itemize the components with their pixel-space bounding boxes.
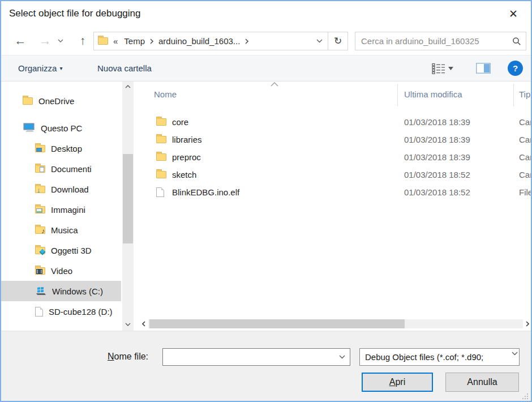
help-icon[interactable]: ? bbox=[508, 61, 523, 76]
column-headers: Nome Ultima modifica Tip bbox=[137, 82, 532, 109]
cancel-button[interactable]: Annulla bbox=[445, 373, 519, 392]
sidebar-item-questo-pc[interactable]: Questo PC bbox=[1, 118, 121, 138]
sidebar-item-musica[interactable]: ♪ Musica bbox=[1, 220, 121, 240]
column-header-tipo[interactable]: Tip bbox=[519, 89, 530, 99]
folder-icon bbox=[156, 153, 166, 161]
sidebar-item-immagini[interactable]: Immagini bbox=[1, 199, 121, 220]
file-row-sketch[interactable]: sketch 01/03/2018 18:52 Car bbox=[137, 166, 532, 183]
recent-locations-chevron-icon[interactable] bbox=[58, 27, 71, 55]
documents-folder-icon bbox=[35, 165, 45, 173]
windows-drive-icon bbox=[35, 286, 46, 296]
filetype-select[interactable]: Debug Object files (*.cof; *.d90; bbox=[359, 348, 520, 366]
column-divider[interactable] bbox=[397, 84, 398, 106]
music-folder-icon: ♪ bbox=[35, 226, 45, 234]
column-header-ultima-modifica[interactable]: Ultima modifica bbox=[404, 89, 462, 99]
address-folder-icon bbox=[98, 37, 108, 45]
computer-icon bbox=[23, 123, 35, 133]
resize-grip[interactable] bbox=[522, 394, 528, 399]
dialog-footer: Nome file: Debug Object files (*.cof; *.… bbox=[1, 331, 531, 402]
filetype-selected-value: Debug Object files (*.cof; *.d90; bbox=[365, 352, 503, 362]
horizontal-scrollbar-track[interactable] bbox=[148, 319, 523, 328]
open-button[interactable]: Apri bbox=[362, 373, 433, 392]
sort-ascending-icon bbox=[271, 82, 278, 87]
filetype-dropdown-chevron-icon bbox=[512, 352, 518, 356]
dialog-title: Select object file for debugging bbox=[9, 8, 141, 19]
scroll-down-icon[interactable] bbox=[122, 319, 134, 330]
sidebar-item-desktop[interactable]: Desktop bbox=[1, 138, 121, 159]
change-view-button[interactable] bbox=[430, 61, 456, 76]
sidebar-item-video[interactable]: Video bbox=[1, 260, 121, 281]
horizontal-scrollbar[interactable] bbox=[139, 319, 532, 329]
filename-input[interactable] bbox=[163, 349, 333, 365]
scroll-right-icon[interactable] bbox=[523, 319, 532, 329]
sidebar-scrollbar-thumb[interactable] bbox=[123, 154, 133, 243]
breadcrumb-overflow[interactable]: « bbox=[108, 32, 120, 50]
filename-combobox bbox=[162, 348, 350, 366]
column-header-nome[interactable]: Nome bbox=[154, 89, 177, 99]
address-bar[interactable]: « Temp arduino_build_1603... ↻ bbox=[93, 32, 348, 50]
organize-button[interactable]: Organizza▾ bbox=[18, 55, 62, 81]
navigation-sidebar: OneDrive Questo PC Desktop Documenti bbox=[1, 82, 137, 331]
search-icon[interactable] bbox=[508, 32, 526, 50]
desktop-folder-icon bbox=[35, 145, 45, 152]
file-row-preproc[interactable]: preproc 01/03/2018 18:39 Car bbox=[137, 148, 532, 166]
sidebar-item-onedrive[interactable]: OneDrive bbox=[1, 91, 121, 111]
refresh-icon[interactable]: ↻ bbox=[328, 32, 347, 50]
chevron-down-icon: ▾ bbox=[59, 65, 62, 71]
details-view-icon bbox=[432, 63, 445, 74]
breadcrumb-separator-icon bbox=[244, 39, 250, 44]
file-row-libraries[interactable]: libraries 01/03/2018 18:39 Car bbox=[137, 131, 532, 148]
file-rows: core 01/03/2018 18:39 Car libraries 01/0… bbox=[137, 113, 532, 201]
breadcrumb-separator-icon bbox=[149, 39, 155, 44]
navigation-bar: ← → ↑ « Temp arduino_build_1603... ↻ bbox=[1, 27, 531, 55]
pictures-folder-icon bbox=[35, 206, 45, 213]
videos-folder-icon bbox=[35, 267, 45, 275]
downloads-folder-icon: ↓ bbox=[35, 186, 45, 193]
drive-d-icon bbox=[35, 307, 43, 317]
breadcrumb-item-build-folder[interactable]: arduino_build_1603... bbox=[155, 32, 244, 50]
file-icon bbox=[156, 187, 164, 197]
dialog-content: OneDrive Questo PC Desktop Documenti bbox=[1, 82, 531, 331]
sidebar-item-download[interactable]: ↓ Download bbox=[1, 179, 121, 199]
sidebar-item-sd-cube128-d[interactable]: SD-cube128 (D:) bbox=[1, 301, 121, 322]
preview-pane-icon bbox=[476, 63, 491, 74]
titlebar: Select object file for debugging ✕ bbox=[1, 1, 531, 27]
file-dialog-window: Select object file for debugging ✕ ← → ↑… bbox=[0, 0, 532, 402]
file-list: Nome Ultima modifica Tip core 01/03/2018… bbox=[137, 82, 532, 331]
filename-label: Nome file: bbox=[108, 352, 148, 362]
close-icon[interactable]: ✕ bbox=[505, 6, 522, 23]
file-row-core[interactable]: core 01/03/2018 18:39 Car bbox=[137, 113, 532, 131]
filename-dropdown-chevron-icon[interactable] bbox=[334, 349, 350, 365]
forward-button[interactable]: → bbox=[36, 27, 54, 55]
3d-objects-folder-icon bbox=[35, 247, 45, 254]
folder-icon bbox=[156, 136, 166, 143]
sidebar-item-documenti[interactable]: Documenti bbox=[1, 159, 121, 179]
sidebar-item-oggetti-3d[interactable]: Oggetti 3D bbox=[1, 240, 121, 260]
search-input[interactable] bbox=[355, 36, 508, 46]
back-button[interactable]: ← bbox=[11, 27, 29, 55]
scroll-up-icon[interactable] bbox=[122, 82, 134, 92]
column-divider[interactable] bbox=[513, 84, 514, 106]
sidebar-item-windows-c[interactable]: Windows (C:) bbox=[1, 281, 121, 301]
scroll-left-icon[interactable] bbox=[139, 319, 148, 329]
preview-pane-button[interactable] bbox=[474, 61, 493, 76]
folder-icon bbox=[23, 97, 33, 105]
new-folder-button[interactable]: Nuova cartella bbox=[97, 55, 152, 81]
search-box bbox=[355, 32, 526, 50]
sidebar-scrollbar[interactable] bbox=[122, 82, 134, 331]
folder-icon bbox=[156, 171, 166, 178]
breadcrumb-item-temp[interactable]: Temp bbox=[120, 32, 149, 50]
file-row-blinkedbg-ino-elf[interactable]: BlinkEDBG.ino.elf 01/03/2018 18:52 File bbox=[137, 183, 532, 201]
up-button[interactable]: ↑ bbox=[74, 27, 92, 55]
horizontal-scrollbar-thumb[interactable] bbox=[149, 319, 405, 328]
folder-icon bbox=[156, 118, 166, 126]
command-toolbar: Organizza▾ Nuova cartella bbox=[1, 55, 531, 82]
chevron-down-icon bbox=[448, 67, 453, 70]
address-dropdown-chevron-icon[interactable] bbox=[311, 32, 328, 50]
